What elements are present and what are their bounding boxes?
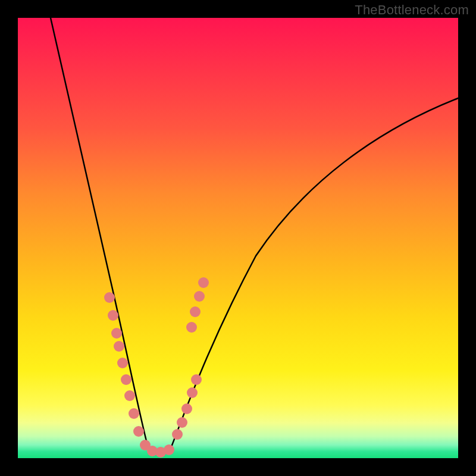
- curve-right-branch: [170, 98, 458, 450]
- plot-area: [18, 18, 458, 458]
- data-markers: [104, 277, 209, 458]
- marker: [190, 306, 201, 317]
- marker: [194, 291, 205, 302]
- marker: [111, 328, 122, 339]
- bottleneck-curve-svg: [18, 18, 458, 458]
- marker: [191, 374, 202, 385]
- marker: [187, 387, 198, 398]
- marker: [104, 292, 115, 303]
- marker: [133, 426, 144, 437]
- marker: [108, 310, 118, 321]
- marker: [114, 341, 124, 352]
- marker: [164, 444, 174, 455]
- marker: [181, 403, 192, 414]
- outer-frame: TheBottleneck.com: [0, 0, 476, 476]
- watermark-text: TheBottleneck.com: [355, 2, 469, 18]
- marker: [186, 322, 197, 333]
- marker: [177, 417, 187, 428]
- marker: [172, 429, 183, 440]
- marker: [129, 408, 139, 419]
- marker: [117, 358, 128, 368]
- marker: [121, 374, 131, 385]
- marker: [124, 390, 135, 401]
- curve-left-branch: [51, 18, 149, 450]
- marker: [198, 277, 209, 288]
